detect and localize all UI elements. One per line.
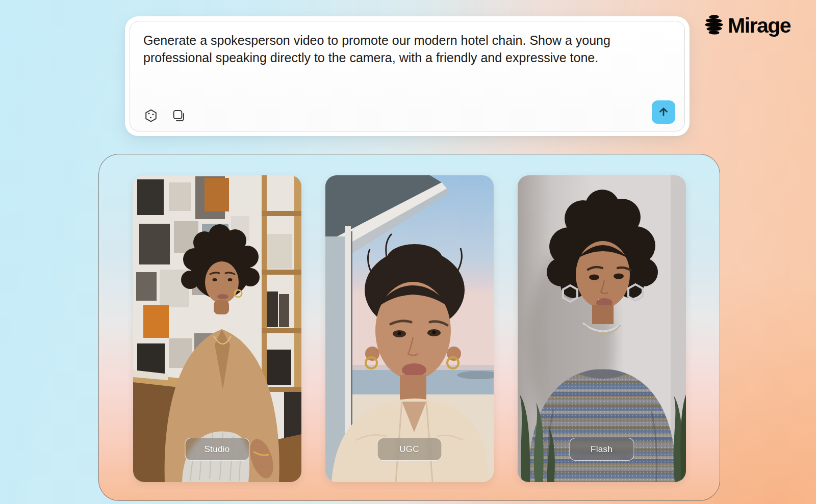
mirage-logo-icon xyxy=(703,14,725,37)
prompt-input-container: Generate a spokesperson video to promote… xyxy=(130,21,685,131)
prompt-input[interactable]: Generate a spokesperson video to promote… xyxy=(143,32,618,66)
brand-logo: Mirage xyxy=(703,14,790,38)
variant-label: Flash xyxy=(591,444,613,455)
thumbnail-row: Studio xyxy=(99,154,720,500)
video-card-studio[interactable]: Studio xyxy=(133,175,301,482)
flash-thumbnail-illustration xyxy=(518,175,686,482)
prompt-card: Generate a spokesperson video to promote… xyxy=(125,16,690,136)
arrow-up-icon xyxy=(657,105,670,120)
page-background: { "brand": { "name": "Mirage", "logo_ico… xyxy=(0,0,816,504)
variant-pill-studio[interactable]: Studio xyxy=(185,438,249,461)
variant-label: Studio xyxy=(204,444,230,455)
results-panel: Studio xyxy=(98,154,720,501)
ugc-thumbnail-illustration xyxy=(325,175,494,482)
variant-pill-ugc[interactable]: UGC xyxy=(377,438,442,461)
variant-label: UGC xyxy=(399,444,419,455)
variant-pill-flash[interactable]: Flash xyxy=(569,438,634,461)
dice-icon xyxy=(144,109,158,124)
submit-button[interactable] xyxy=(652,100,675,124)
copy-icon xyxy=(171,109,186,124)
video-card-ugc[interactable]: UGC xyxy=(325,175,494,482)
copy-button[interactable] xyxy=(171,109,186,124)
video-card-flash[interactable]: Flash xyxy=(518,175,686,482)
dice-button[interactable] xyxy=(143,109,159,124)
studio-thumbnail-illustration xyxy=(133,175,301,482)
brand-name: Mirage xyxy=(728,14,790,38)
prompt-toolbar xyxy=(143,109,186,124)
